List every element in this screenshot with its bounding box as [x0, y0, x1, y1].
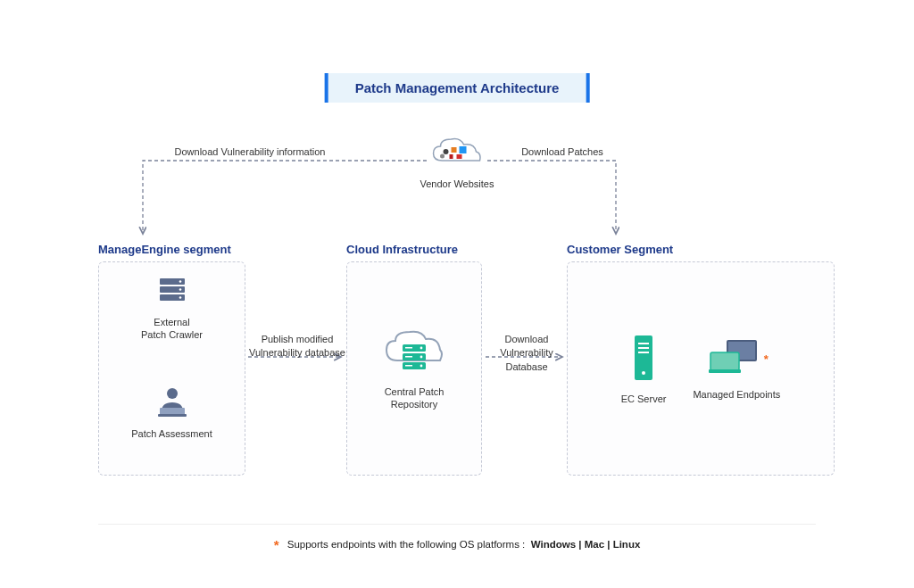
svg-point-11 [179, 296, 181, 299]
vendor-websites-label: Vendor Websites [420, 178, 494, 189]
cloud-infrastructure-segment: Cloud Infrastructure Central Patch Repos… [346, 243, 482, 476]
vendor-websites-node: Vendor Websites [420, 134, 494, 189]
svg-point-0 [444, 149, 449, 154]
manageengine-title: ManageEngine segment [98, 243, 245, 256]
svg-point-28 [642, 371, 645, 375]
svg-rect-26 [638, 347, 649, 349]
svg-rect-13 [160, 408, 185, 415]
footer-note: * Supports endpoints with the following … [98, 524, 816, 552]
svg-point-5 [441, 154, 445, 159]
svg-rect-4 [457, 154, 462, 159]
svg-rect-14 [158, 414, 187, 417]
cloud-vendors-icon [430, 134, 484, 171]
svg-rect-22 [405, 356, 412, 358]
diagram-title: Patch Management Architecture [325, 73, 590, 103]
svg-rect-2 [460, 146, 467, 153]
server-stack-icon [153, 275, 192, 307]
crawler-label: External Patch Crawler [106, 316, 237, 342]
customer-title: Customer Segment [567, 243, 835, 256]
svg-rect-1 [452, 147, 457, 153]
footer-prefix: Supports endpoints with the following OS… [287, 539, 526, 550]
customer-segment: Customer Segment EC Server * Managed [567, 243, 835, 476]
svg-rect-21 [405, 347, 412, 349]
managed-endpoints-node: * Managed Endpoints [693, 336, 780, 401]
person-laptop-icon [153, 385, 192, 418]
ec-label: EC Server [621, 393, 667, 405]
endpoints-label: Managed Endpoints [693, 388, 780, 401]
central-patch-repo-node: Central Patch Repository [383, 327, 445, 411]
cloud-title: Cloud Infrastructure [346, 243, 482, 256]
svg-rect-3 [450, 154, 453, 159]
flow-label-download-patches: Download Patches [482, 145, 643, 159]
flow-label-publish-db: Publish modified Vulnerability database [248, 333, 346, 360]
flow-label-download-vuln: Download Vulnerability information [152, 145, 348, 159]
svg-point-20 [420, 364, 423, 367]
svg-point-12 [167, 388, 178, 399]
repo-label: Central Patch Repository [383, 385, 445, 411]
footer-asterisk-icon: * [274, 537, 279, 552]
manageengine-segment: ManageEngine segment External Patch Craw… [98, 243, 245, 476]
svg-point-10 [179, 288, 181, 291]
footer-platforms: Windows | Mac | Linux [531, 539, 641, 550]
asterisk-icon: * [764, 352, 769, 366]
svg-rect-25 [638, 343, 649, 344]
flow-label-download-db: Download Vulnerability Database [482, 333, 571, 374]
endpoints-icon [707, 336, 762, 379]
assessment-label: Patch Assessment [106, 427, 237, 440]
svg-point-9 [179, 280, 181, 283]
ec-server-node: EC Server [621, 332, 667, 405]
server-tower-icon [626, 332, 661, 384]
patch-assessment-node: Patch Assessment [106, 385, 237, 440]
svg-rect-23 [405, 365, 412, 367]
svg-point-18 [420, 346, 423, 349]
svg-rect-27 [638, 352, 649, 353]
svg-point-19 [420, 355, 423, 358]
external-patch-crawler-node: External Patch Crawler [106, 275, 237, 342]
svg-rect-32 [709, 369, 741, 373]
cloud-servers-icon [383, 327, 445, 377]
svg-rect-31 [710, 352, 739, 370]
